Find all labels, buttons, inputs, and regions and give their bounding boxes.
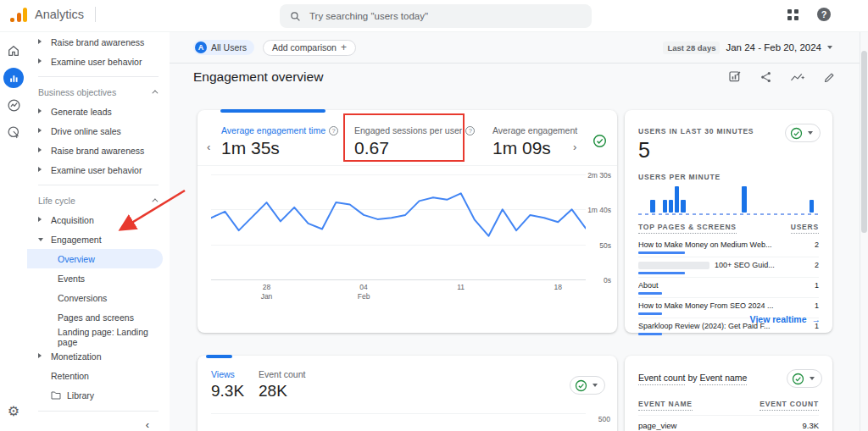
folder-icon [51,390,61,400]
sidebar-item-raise-brand-awareness[interactable]: Raise brand awareness [27,32,170,52]
home-icon[interactable] [3,41,24,61]
metric-event-count[interactable]: Event count 28K [259,369,305,401]
users-count-cell: 2 [815,240,819,249]
expand-arrow-icon [38,108,42,113]
share-icon[interactable] [760,70,772,84]
plus-icon: + [341,41,347,53]
users-bar [638,251,685,254]
vertical-scrollbar[interactable] [860,32,868,431]
table-row[interactable]: 100+ SEO Guid...2 [638,257,819,277]
bar-chart-baseline [638,213,820,215]
users-bar [638,272,685,274]
customize-report-icon[interactable] [728,70,742,84]
collapse-arrow-icon [38,238,43,241]
scrollbar-thumb[interactable] [861,51,867,233]
arrow-right-icon: → [812,314,821,324]
users-bar [638,333,662,335]
users-30min-label: USERS IN LAST 30 MINUTES [638,127,754,135]
event-count-cell: 9.3K [802,421,819,430]
minute-bar [675,186,679,213]
sidebar-item-raise-brand-awareness[interactable]: Raise brand awareness [27,141,170,160]
sidebar-item-landing-page-landing-page[interactable]: Landing page: Landing page [27,327,170,346]
users-per-minute-label: USERS PER MINUTE [638,173,721,181]
app-title[interactable]: Analytics [35,8,84,21]
collapse-sidebar-button[interactable]: ‹ [27,412,170,431]
view-realtime-link[interactable]: View realtime→ [750,314,821,324]
insights-icon[interactable] [790,71,805,84]
data-quality-check-icon[interactable] [593,134,607,148]
chevron-down-icon [827,46,832,49]
users-count-cell: 2 [815,261,819,269]
sidebar-item-retention[interactable]: Retention [27,366,170,385]
views-event-count-card: Views 9.3K Event count 28K 500 [198,356,617,431]
expand-arrow-icon [38,167,42,172]
table-row[interactable]: About1 [638,277,819,297]
sidebar-item-events[interactable]: Events [27,268,170,288]
logo-divider [95,7,96,22]
event-name-cell: page_view [638,421,676,430]
metric-views[interactable]: Views 9.3K [211,369,244,401]
data-quality-dropdown[interactable] [570,376,605,395]
data-quality-dropdown[interactable] [787,369,822,388]
metric-value: 1m 35s [221,138,338,158]
page-title-cell: 100+ SEO Guid... [638,261,791,269]
analytics-logo-icon[interactable] [10,7,27,22]
all-users-chip[interactable]: A All Users [193,40,254,55]
sidebar-item-examine-user-behavior[interactable]: Examine user behavior [27,52,170,71]
advertising-icon[interactable] [3,122,24,142]
metric-average-engagement-time[interactable]: Average engagement time? 1m 35s [221,125,338,158]
event-name-header[interactable]: EVENT NAME [638,400,693,411]
comparison-bar: A All Users Add comparison + Last 28 day… [170,32,860,64]
check-circle-icon [792,373,804,385]
data-quality-dropdown[interactable] [785,124,821,142]
x-axis-tick: 04Feb [358,283,370,301]
sidebar-item-drive-online-sales[interactable]: Drive online sales [27,121,170,141]
table-row[interactable]: page_view9.3K [638,415,819,431]
sidebar-item-examine-user-behavior[interactable]: Examine user behavior [27,160,170,180]
sidebar-item-overview[interactable]: Overview [27,249,163,268]
minute-bar [663,200,667,213]
sidebar-item-library[interactable]: Library [27,385,170,405]
reports-icon[interactable] [3,68,24,88]
segment-avatar: A [195,41,207,53]
sidebar-item-conversions[interactable]: Conversions [27,288,170,307]
engagement-time-line-chart[interactable] [211,174,586,279]
info-icon[interactable]: ? [329,126,338,135]
analytics-app-window: Analytics Try searching "users today" ? … [0,0,868,431]
annotation-arrow [110,186,191,239]
event-count-header[interactable]: EVENT COUNT [760,400,819,411]
sidebar-item-monetization[interactable]: Monetization [27,346,170,366]
metric-average-engagement[interactable]: Average engagement 1m 09s [492,125,577,158]
chevron-up-icon [152,90,158,96]
y-axis-tick: 2m 30s [587,171,611,180]
gridline [211,279,586,280]
search-icon [290,11,301,22]
search-input[interactable]: Try searching "users today" [280,4,592,28]
top-pages-header[interactable]: TOP PAGES & SCREENS [638,223,737,234]
sidebar-item-generate-leads[interactable]: Generate leads [27,102,170,121]
admin-gear-icon[interactable]: ⚙ [3,401,24,422]
info-icon[interactable]: ? [465,126,475,135]
y-axis-tick: 1m 40s [587,206,611,214]
card-title: Event count by Event name [638,373,747,383]
edit-pencil-icon[interactable] [823,71,836,84]
page-title-cell: About [638,281,791,290]
explore-icon[interactable] [3,95,24,115]
apps-grid-icon[interactable] [787,9,798,20]
sidebar-item-pages-and-screens[interactable]: Pages and screens [27,307,170,327]
y-axis-tick: 50s [599,241,611,250]
expand-arrow-icon [38,217,42,222]
users-column-header[interactable]: USERS [791,223,819,234]
date-range-picker[interactable]: Last 28 days Jan 24 - Feb 20, 2024 [663,41,832,54]
minute-bar [669,200,673,213]
nav-section-header[interactable]: Business objectives [27,82,170,102]
metrics-prev-chevron[interactable]: ‹ [207,141,210,153]
help-icon[interactable]: ? [817,8,831,21]
gridline [211,413,586,414]
expand-arrow-icon [38,147,42,152]
add-comparison-button[interactable]: Add comparison + [263,40,356,56]
active-metric-tab-indicator [206,355,232,358]
expand-arrow-icon [38,128,42,133]
table-row[interactable]: How to Make Money on Medium Web...2 [638,237,819,257]
search-placeholder: Try searching "users today" [309,11,428,21]
